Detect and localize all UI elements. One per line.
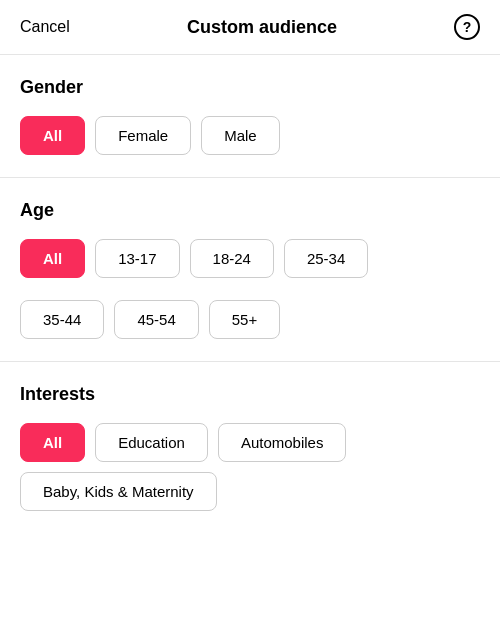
page-title: Custom audience	[187, 17, 337, 38]
age-row2-button-group: 35-44 45-54 55+	[20, 300, 480, 339]
age-55-plus-button[interactable]: 55+	[209, 300, 280, 339]
interests-section: Interests All Education Automobiles Baby…	[0, 362, 500, 511]
gender-title: Gender	[20, 77, 480, 98]
gender-all-button[interactable]: All	[20, 116, 85, 155]
cancel-button[interactable]: Cancel	[20, 18, 70, 36]
header: Cancel Custom audience ?	[0, 0, 500, 55]
age-13-17-button[interactable]: 13-17	[95, 239, 179, 278]
gender-section: Gender All Female Male	[0, 55, 500, 155]
interests-row2-button-group: Baby, Kids & Maternity	[20, 472, 480, 511]
age-25-34-button[interactable]: 25-34	[284, 239, 368, 278]
gender-female-button[interactable]: Female	[95, 116, 191, 155]
age-row1-button-group: All 13-17 18-24 25-34	[20, 239, 480, 278]
age-35-44-button[interactable]: 35-44	[20, 300, 104, 339]
age-all-button[interactable]: All	[20, 239, 85, 278]
gender-male-button[interactable]: Male	[201, 116, 280, 155]
interests-automobiles-button[interactable]: Automobiles	[218, 423, 347, 462]
interests-title: Interests	[20, 384, 480, 405]
age-45-54-button[interactable]: 45-54	[114, 300, 198, 339]
interests-baby-kids-maternity-button[interactable]: Baby, Kids & Maternity	[20, 472, 217, 511]
gender-button-group: All Female Male	[20, 116, 480, 155]
interests-all-button[interactable]: All	[20, 423, 85, 462]
age-title: Age	[20, 200, 480, 221]
interests-row1-button-group: All Education Automobiles	[20, 423, 480, 462]
age-18-24-button[interactable]: 18-24	[190, 239, 274, 278]
age-section: Age All 13-17 18-24 25-34 35-44 45-54 55…	[0, 178, 500, 339]
help-button[interactable]: ?	[454, 14, 480, 40]
interests-education-button[interactable]: Education	[95, 423, 208, 462]
